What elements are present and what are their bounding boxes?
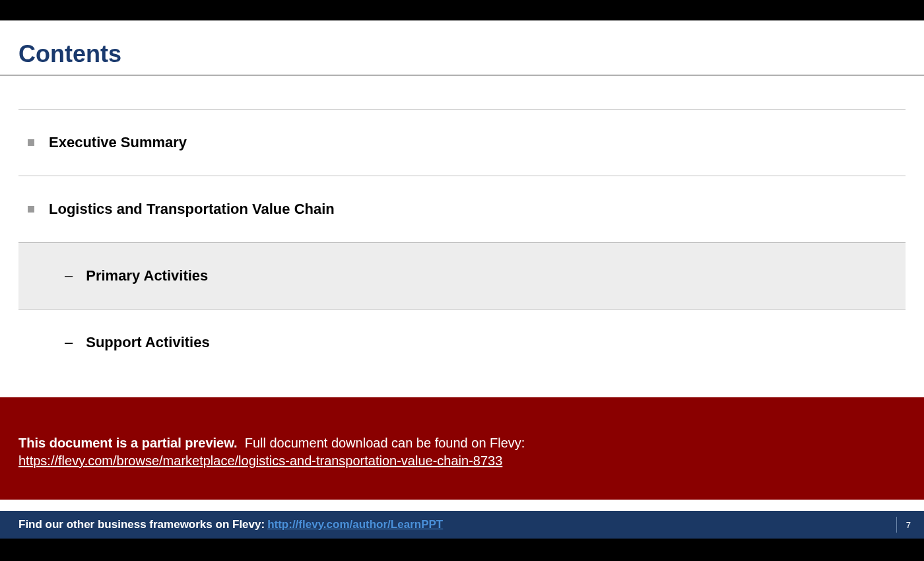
item-label: Primary Activities — [86, 267, 208, 284]
preview-link[interactable]: https://flevy.com/browse/marketplace/log… — [18, 453, 502, 468]
contents-list: Executive Summary Logistics and Transpor… — [0, 109, 924, 376]
preview-bold-text: This document is a partial preview. — [18, 436, 238, 450]
top-black-bar — [0, 0, 924, 20]
bullet-dash-icon: – — [65, 334, 73, 351]
title-divider — [0, 75, 924, 76]
contents-item-primary-activities: – Primary Activities — [18, 243, 906, 309]
footer-bar: Find our other business frameworks on Fl… — [0, 511, 924, 539]
item-label: Logistics and Transportation Value Chain — [49, 201, 335, 218]
footer-link[interactable]: http://flevy.com/author/LearnPPT — [267, 518, 443, 531]
bullet-square-icon — [28, 139, 34, 146]
slide-content: Contents Executive Summary Logistics and… — [0, 20, 924, 561]
contents-item-executive-summary: Executive Summary — [18, 110, 906, 176]
item-label: Support Activities — [86, 334, 209, 351]
slide-title: Contents — [0, 20, 924, 75]
page-number: 7 — [906, 520, 911, 530]
bullet-dash-icon: – — [65, 267, 73, 284]
bullet-square-icon — [28, 206, 34, 213]
item-label: Executive Summary — [49, 134, 187, 151]
footer-prefix: Find our other business frameworks on Fl… — [18, 518, 265, 531]
preview-banner: This document is a partial preview. Full… — [0, 397, 924, 500]
page-number-divider — [896, 517, 897, 533]
preview-rest-text: Full document download can be found on F… — [245, 436, 525, 450]
page-number-wrapper: 7 — [896, 517, 911, 533]
contents-item-support-activities: – Support Activities — [18, 310, 906, 376]
bottom-black-bar — [0, 539, 924, 561]
contents-item-logistics-value-chain: Logistics and Transportation Value Chain — [18, 176, 906, 242]
